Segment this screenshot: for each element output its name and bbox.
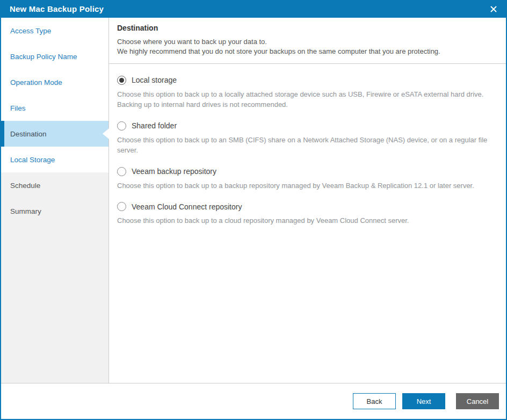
radio-shared-folder[interactable]	[117, 121, 126, 131]
sidebar-item-operation-mode[interactable]: Operation Mode	[1, 69, 108, 95]
wizard-steps: Access Type Backup Policy Name Operation…	[1, 18, 109, 383]
option-local-storage: Local storage Choose this option to back…	[117, 76, 496, 110]
sidebar-item-files[interactable]: Files	[1, 95, 108, 121]
sidebar-item-label: Destination	[10, 130, 47, 138]
step-header: Destination Choose where you want to bac…	[109, 18, 506, 64]
footer-bar: Back Next Cancel	[1, 383, 506, 419]
sidebar-item-destination[interactable]: Destination	[1, 121, 108, 147]
sidebar-item-schedule: Schedule	[1, 172, 108, 198]
option-shared-folder: Shared folder Choose this option to back…	[117, 121, 496, 156]
option-row-local-storage[interactable]: Local storage	[117, 76, 496, 85]
radio-veeam-backup-repository[interactable]	[117, 167, 126, 176]
option-description: Choose this option to back up to a local…	[117, 89, 496, 110]
sidebar-item-label: Local Storage	[10, 156, 55, 164]
header-description-line2: We highly recommend that you do not stor…	[117, 47, 496, 56]
cancel-button[interactable]: Cancel	[456, 393, 499, 409]
radio-local-storage[interactable]	[117, 76, 126, 85]
option-label: Veeam backup repository	[132, 167, 216, 176]
option-row-veeam-backup-repository[interactable]: Veeam backup repository	[117, 167, 496, 176]
option-label: Shared folder	[132, 121, 177, 130]
option-description: Choose this option to back up to a backu…	[117, 180, 496, 191]
option-description: Choose this option to back up to a cloud…	[117, 215, 496, 226]
sidebar-item-label: Summary	[10, 207, 41, 215]
option-row-veeam-cloud-connect-repository[interactable]: Veeam Cloud Connect repository	[117, 202, 496, 211]
page-title: Destination	[117, 24, 496, 32]
title-bar: New Mac Backup Policy	[1, 0, 506, 18]
option-veeam-backup-repository: Veeam backup repository Choose this opti…	[117, 167, 496, 191]
header-description-line1: Choose where you want to back up your da…	[117, 37, 496, 47]
option-row-shared-folder[interactable]: Shared folder	[117, 121, 496, 131]
sidebar-item-summary: Summary	[1, 198, 108, 224]
next-button[interactable]: Next	[402, 393, 445, 409]
destination-options: Local storage Choose this option to back…	[109, 64, 506, 383]
option-veeam-cloud-connect-repository: Veeam Cloud Connect repository Choose th…	[117, 202, 496, 226]
wizard-body: Access Type Backup Policy Name Operation…	[1, 18, 506, 383]
back-button[interactable]: Back	[353, 393, 396, 409]
sidebar-item-access-type[interactable]: Access Type	[1, 18, 108, 44]
sidebar-item-label: Backup Policy Name	[10, 53, 77, 61]
sidebar-item-local-storage[interactable]: Local Storage	[1, 147, 108, 172]
window-title: New Mac Backup Policy	[10, 4, 488, 13]
sidebar-item-label: Access Type	[10, 27, 51, 35]
sidebar-item-label: Schedule	[10, 182, 40, 190]
option-label: Veeam Cloud Connect repository	[132, 202, 242, 211]
option-description: Choose this option to back up to an SMB …	[117, 135, 496, 156]
radio-veeam-cloud-connect-repository[interactable]	[117, 202, 126, 211]
wizard-window: New Mac Backup Policy Access Type Backup…	[0, 0, 507, 420]
option-label: Local storage	[132, 76, 177, 84]
sidebar-item-label: Operation Mode	[10, 78, 62, 86]
step-content: Destination Choose where you want to bac…	[109, 18, 506, 383]
sidebar-item-label: Files	[10, 104, 26, 112]
sidebar-item-backup-policy-name[interactable]: Backup Policy Name	[1, 44, 108, 69]
close-icon[interactable]	[488, 3, 499, 15]
